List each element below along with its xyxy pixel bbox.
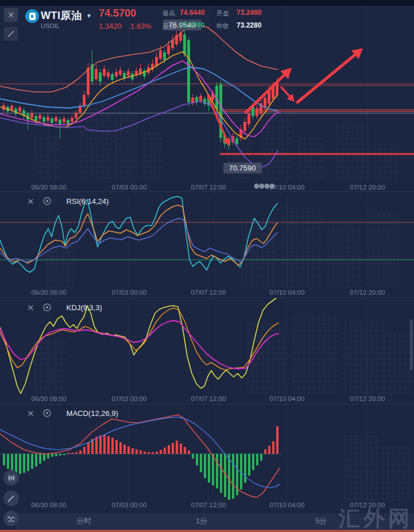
macd-bar: [264, 449, 266, 454]
loading-dot: [265, 184, 270, 189]
macd-bar: [99, 435, 102, 454]
tab-1min[interactable]: 1分: [196, 516, 207, 526]
close-icon: ✕: [7, 10, 14, 20]
loading-dot: [260, 184, 265, 189]
ma-orange-line: [0, 52, 277, 139]
kdj-close-icon[interactable]: ✕: [27, 303, 34, 312]
candle-body: [107, 72, 110, 77]
kdj-j-magenta-line: [0, 321, 278, 369]
macd-bar: [15, 454, 17, 473]
macd-bar: [180, 444, 182, 454]
macd-bar: [168, 445, 170, 454]
high-value: 74.6440: [180, 9, 204, 17]
kdj-title: KDJ(9,3,3): [67, 303, 102, 312]
panel-separator: [0, 298, 414, 298]
axis-label: 07/10 04:00: [270, 289, 305, 296]
macd-bar: [152, 452, 154, 454]
ma-blue-line: [0, 67, 277, 111]
candle-body: [243, 122, 246, 131]
macd-bar: [23, 454, 25, 473]
macd-bar: [196, 454, 198, 465]
macd-bar: [83, 447, 86, 454]
candle-body: [38, 115, 41, 119]
macd-bar: [172, 443, 174, 454]
macd-bar: [71, 453, 73, 454]
macd-bar: [260, 454, 262, 461]
axis-label: 07/03 00:00: [112, 289, 147, 296]
axis-label: 06/30 08:00: [32, 502, 67, 508]
rsi-settings-icon[interactable]: [42, 196, 52, 206]
chart-canvas[interactable]: 76.954070.759006/30 08:0007/03 00:0007/0…: [0, 0, 414, 532]
pencil-icon: [7, 494, 16, 503]
kdj-settings-icon[interactable]: [42, 303, 52, 312]
axis-label: 07/12 20:00: [350, 395, 385, 402]
macd-title: MACD(12,26,9): [67, 409, 118, 418]
macd-bar: [200, 454, 202, 472]
candle-body: [87, 68, 90, 95]
candle-body: [18, 107, 21, 111]
scrollbar-thumb[interactable]: [410, 319, 413, 370]
axis-label: 07/07 12:00: [191, 289, 226, 296]
macd-bar: [164, 448, 166, 454]
prev-close-value: 73.2280: [237, 21, 261, 29]
macd-bar: [256, 454, 258, 465]
axis-label: 07/03 00:00: [112, 395, 147, 402]
axis-label: 06/30 08:00: [32, 289, 67, 296]
macd-bar: [107, 436, 110, 454]
macd-bar: [87, 442, 90, 454]
macd-bar: [252, 454, 254, 470]
macd-bar: [204, 454, 206, 478]
rsi-title: RSI(6,14,24): [67, 197, 109, 206]
kdj-panel-header: ✕ KDJ(9,3,3): [27, 303, 102, 312]
loading-dot: [270, 184, 275, 189]
macd-settings-icon[interactable]: [42, 408, 52, 418]
macd-bar: [123, 445, 126, 454]
macd-bar: [39, 454, 41, 464]
tab-timeshare[interactable]: 分时: [76, 516, 91, 526]
macd-close-icon[interactable]: ✕: [27, 409, 34, 418]
macd-bar: [51, 454, 53, 457]
tab-5min[interactable]: 5分: [315, 516, 327, 526]
candle-body: [99, 72, 102, 82]
macd-bar: [47, 454, 49, 458]
macd-bar: [188, 450, 190, 454]
trendline-tool-button[interactable]: [4, 27, 18, 41]
macd-bar: [27, 454, 29, 471]
macd-bar: [67, 453, 69, 454]
macd-bar: [43, 454, 45, 461]
candle-body: [187, 40, 190, 102]
price-change-percent: 1.83%: [130, 22, 152, 30]
macd-bar: [55, 454, 57, 456]
axis-label: 07/12 20:00: [350, 184, 385, 191]
macd-bar: [103, 435, 106, 454]
macd-bar: [31, 454, 33, 469]
candle-body: [103, 69, 106, 76]
axis-label: 07/03 00:00: [112, 502, 147, 508]
macd-bar: [176, 441, 178, 454]
candle-body: [34, 116, 37, 121]
macd-bar: [228, 454, 230, 500]
macd-bar: [11, 454, 13, 471]
candle-body: [199, 96, 202, 101]
trading-app-window: 76.954070.759006/30 08:0007/03 00:0007/0…: [0, 0, 414, 532]
indicator-button[interactable]: [3, 511, 19, 526]
price-change: 1.3420: [99, 22, 122, 30]
candle-body: [155, 57, 158, 65]
macd-bar: [3, 454, 5, 465]
chart-type-button[interactable]: [3, 470, 19, 485]
symbol-title[interactable]: WTI原油: [41, 9, 82, 22]
macd-bar: [136, 449, 138, 454]
axis-label: 07/07 12:00: [191, 184, 226, 191]
macd-bar: [192, 454, 194, 458]
close-chart-button[interactable]: ✕: [4, 8, 18, 22]
candle-body: [83, 95, 86, 106]
macd-bar: [127, 446, 130, 454]
macd-bar: [115, 440, 118, 454]
chevron-down-icon[interactable]: ▼: [86, 13, 92, 19]
axis-label: 07/12 20:00: [350, 289, 385, 296]
axis-label: 07/12 20:00: [350, 502, 385, 508]
rsi-close-icon[interactable]: ✕: [27, 197, 34, 206]
macd-bar: [144, 452, 146, 454]
draw-tool-button[interactable]: [3, 491, 19, 506]
trend-arrow: [281, 87, 289, 97]
